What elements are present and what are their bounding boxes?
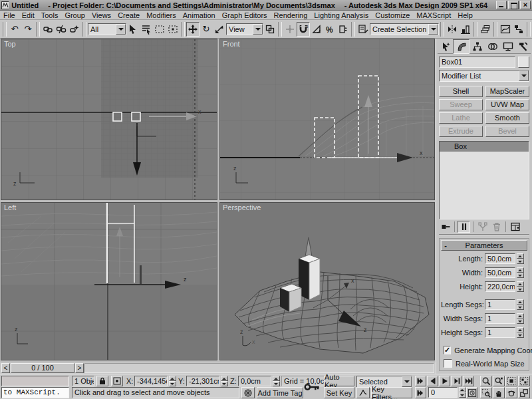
selection-region-button[interactable] — [153, 22, 166, 37]
set-key-button[interactable]: Set Key — [324, 387, 354, 398]
edit-named-selection-sets-button[interactable] — [356, 22, 370, 37]
modifier-list-dropdown[interactable]: Modifier List — [439, 70, 529, 82]
width-segs-field[interactable]: 1 — [485, 313, 515, 324]
menu-rendering[interactable]: Rendering — [271, 11, 311, 19]
dropdown-arrow-icon[interactable] — [428, 24, 438, 35]
tab-utilities[interactable] — [515, 39, 531, 54]
snaps-toggle-button[interactable] — [297, 22, 310, 37]
configure-modifier-sets-button[interactable] — [509, 221, 521, 233]
menu-file[interactable]: File — [0, 11, 19, 19]
menu-help[interactable]: Help — [454, 11, 476, 19]
viewport-label-front[interactable]: Front — [223, 40, 240, 48]
key-filters-button[interactable]: Key Filters... — [371, 387, 412, 398]
time-slider-track[interactable] — [84, 363, 434, 373]
frame-spinner[interactable] — [459, 387, 466, 398]
reference-coordinate-dropdown[interactable]: View — [226, 23, 263, 35]
mirror-button[interactable] — [446, 22, 459, 37]
undo-button[interactable]: ↶ — [8, 22, 21, 37]
dropdown-arrow-icon[interactable] — [519, 70, 529, 81]
angle-snap-button[interactable] — [310, 22, 323, 37]
redo-button[interactable]: ↷ — [21, 22, 35, 37]
layer-manager-button[interactable] — [479, 22, 492, 37]
zoom-extents-all-button[interactable] — [518, 376, 530, 386]
height-segs-spinner[interactable] — [517, 327, 524, 338]
maxscript-listener-output[interactable]: to MAXScript. — [1, 387, 69, 398]
x-spinner[interactable] — [169, 376, 176, 386]
add-time-tag-button[interactable]: Add Time Tag — [257, 387, 303, 398]
key-mode-toggle[interactable] — [415, 387, 426, 398]
width-segs-spinner[interactable] — [517, 313, 524, 324]
front-viewport-canvas[interactable]: x z — [220, 39, 434, 200]
height-spinner[interactable] — [517, 281, 524, 292]
length-segs-field[interactable]: 1 — [485, 299, 515, 310]
spinner-snap-button[interactable] — [336, 22, 350, 37]
zoom-region-button[interactable] — [480, 387, 492, 398]
play-button[interactable] — [439, 376, 450, 386]
parameters-rollout-header[interactable]: - Parameters — [441, 240, 527, 251]
menu-maxscript[interactable]: MAXScript — [413, 11, 454, 19]
object-name-field[interactable]: Box01 — [439, 57, 515, 68]
auto-key-button[interactable]: Auto Key — [324, 376, 354, 386]
width-spinner[interactable] — [517, 267, 524, 278]
curve-editor-button[interactable] — [499, 22, 512, 37]
window-crossing-button[interactable] — [166, 22, 180, 37]
height-segs-field[interactable]: 1 — [485, 327, 515, 338]
zoom-all-button[interactable] — [493, 376, 505, 386]
modifier-button-smooth[interactable]: Smooth — [485, 112, 529, 124]
y-spinner[interactable] — [221, 376, 228, 386]
z-coordinate-field[interactable]: 0,0cm — [238, 376, 271, 386]
selection-lock-button[interactable] — [96, 376, 108, 386]
current-frame-field[interactable]: 0 — [428, 387, 458, 398]
modifier-button-bevel[interactable]: Bevel — [485, 126, 529, 137]
dropdown-arrow-icon[interactable] — [253, 24, 263, 35]
time-slider-prev-button[interactable]: < — [1, 363, 10, 373]
viewport-perspective[interactable]: x z z x Perspective — [220, 203, 434, 360]
menu-create[interactable]: Create — [114, 11, 143, 19]
zoom-button[interactable] — [480, 376, 492, 386]
left-viewport-canvas[interactable]: z z — [1, 203, 217, 360]
modifier-button-shell[interactable]: Shell — [439, 86, 483, 97]
select-and-link-button[interactable] — [41, 22, 55, 37]
perspective-viewport-canvas[interactable]: x z z x — [220, 203, 434, 360]
menu-animation[interactable]: Animation — [180, 11, 219, 19]
restore-button[interactable] — [508, 1, 519, 9]
viewport-label-perspective[interactable]: Perspective — [223, 203, 261, 211]
go-to-start-button[interactable] — [415, 376, 426, 386]
title-bar[interactable]: Untitled- Project Folder: C:\Documents a… — [0, 0, 532, 11]
new-key-default-in-out-button[interactable] — [356, 387, 370, 398]
width-field[interactable]: 50,0cm — [485, 267, 515, 278]
select-and-move-button[interactable] — [186, 22, 200, 37]
remove-modifier-button[interactable] — [490, 221, 503, 233]
make-unique-button[interactable] — [476, 221, 489, 233]
z-spinner[interactable] — [273, 376, 280, 386]
tab-hierarchy[interactable] — [469, 39, 485, 54]
select-by-name-button[interactable] — [140, 22, 153, 37]
menu-edit[interactable]: Edit — [19, 11, 38, 19]
select-and-rotate-button[interactable]: ↻ — [200, 22, 213, 37]
communication-center-button[interactable] — [241, 387, 255, 398]
schematic-view-button[interactable] — [512, 22, 525, 37]
align-button[interactable] — [459, 22, 472, 37]
menu-views[interactable]: Views — [88, 11, 114, 19]
menu-group[interactable]: Group — [61, 11, 88, 19]
time-configuration-button[interactable] — [466, 387, 477, 398]
select-and-scale-button[interactable] — [213, 22, 226, 37]
percent-snap-button[interactable] — [323, 22, 336, 37]
modifier-button-extrude[interactable]: Extrude — [439, 126, 483, 137]
named-selection-sets-dropdown[interactable]: Create Selection Set — [370, 23, 439, 35]
go-to-end-button[interactable] — [463, 376, 474, 386]
modifier-button-uvw-map[interactable]: UVW Map — [485, 99, 529, 110]
modifier-button-mapscaler[interactable]: MapScaler — [485, 86, 529, 97]
generate-mapping-coords-checkbox[interactable]: ✓ — [444, 346, 451, 354]
tab-motion[interactable] — [485, 39, 500, 54]
modifier-button-sweep[interactable]: Sweep — [439, 99, 483, 110]
pan-button[interactable] — [493, 387, 505, 398]
stack-item-box[interactable]: Box — [440, 142, 529, 152]
absolute-offset-toggle[interactable] — [111, 376, 123, 386]
time-slider-handle[interactable]: 0 / 100 — [11, 363, 74, 373]
arc-rotate-button[interactable] — [505, 387, 517, 398]
top-viewport-canvas[interactable]: x z — [1, 39, 217, 200]
tab-modify[interactable] — [453, 39, 469, 54]
viewport-label-top[interactable]: Top — [4, 40, 16, 48]
tab-create[interactable] — [438, 39, 453, 54]
